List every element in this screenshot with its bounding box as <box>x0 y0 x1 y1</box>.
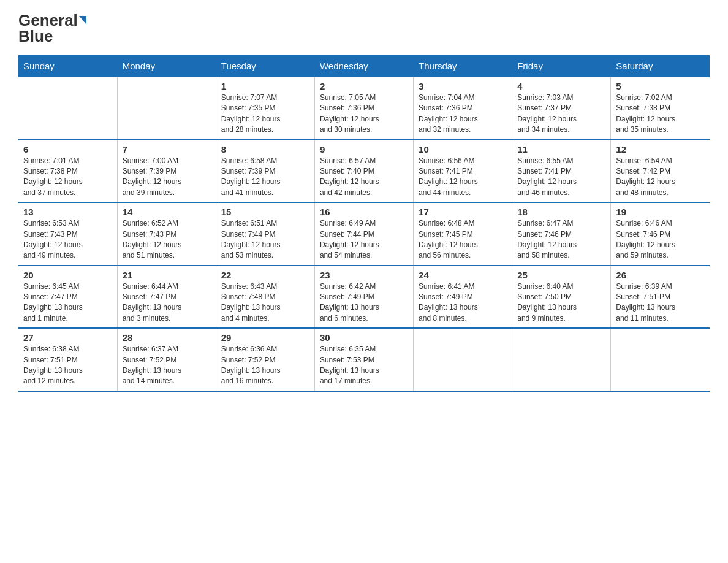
day-number: 12 <box>616 144 705 155</box>
day-info: Sunrise: 6:36 AM Sunset: 7:52 PM Dayligh… <box>221 344 309 387</box>
calendar-cell: 29Sunrise: 6:36 AM Sunset: 7:52 PM Dayli… <box>216 328 314 391</box>
day-info: Sunrise: 6:44 AM Sunset: 7:47 PM Dayligh… <box>123 282 211 324</box>
day-number: 23 <box>320 270 408 280</box>
calendar-cell: 23Sunrise: 6:42 AM Sunset: 7:49 PM Dayli… <box>314 266 413 329</box>
calendar-cell <box>117 77 216 140</box>
calendar-cell: 20Sunrise: 6:45 AM Sunset: 7:47 PM Dayli… <box>18 266 117 329</box>
calendar-cell: 26Sunrise: 6:39 AM Sunset: 7:51 PM Dayli… <box>611 266 710 329</box>
calendar-cell: 5Sunrise: 7:02 AM Sunset: 7:38 PM Daylig… <box>611 77 710 140</box>
day-info: Sunrise: 6:40 AM Sunset: 7:50 PM Dayligh… <box>517 282 605 324</box>
page-header: General Blue <box>18 12 710 44</box>
calendar-week-row: 20Sunrise: 6:45 AM Sunset: 7:47 PM Dayli… <box>18 266 710 329</box>
calendar-cell: 4Sunrise: 7:03 AM Sunset: 7:37 PM Daylig… <box>512 77 611 140</box>
col-header-tuesday: Tuesday <box>216 56 314 77</box>
day-number: 20 <box>23 270 112 280</box>
day-info: Sunrise: 7:05 AM Sunset: 7:36 PM Dayligh… <box>320 93 408 136</box>
day-number: 27 <box>23 332 112 343</box>
calendar-cell: 28Sunrise: 6:37 AM Sunset: 7:52 PM Dayli… <box>117 328 216 391</box>
calendar-cell: 6Sunrise: 7:01 AM Sunset: 7:38 PM Daylig… <box>18 140 117 203</box>
logo-general: General <box>18 12 78 28</box>
logo: General Blue <box>18 12 86 44</box>
day-info: Sunrise: 6:46 AM Sunset: 7:46 PM Dayligh… <box>616 218 705 261</box>
calendar-cell: 9Sunrise: 6:57 AM Sunset: 7:40 PM Daylig… <box>314 140 413 203</box>
calendar-cell: 21Sunrise: 6:44 AM Sunset: 7:47 PM Dayli… <box>117 266 216 329</box>
day-info: Sunrise: 6:53 AM Sunset: 7:43 PM Dayligh… <box>23 218 112 261</box>
day-info: Sunrise: 6:37 AM Sunset: 7:52 PM Dayligh… <box>123 344 211 387</box>
col-header-monday: Monday <box>117 56 216 77</box>
day-number: 3 <box>419 81 507 91</box>
day-number: 10 <box>419 144 507 155</box>
day-info: Sunrise: 7:02 AM Sunset: 7:38 PM Dayligh… <box>616 93 705 136</box>
day-number: 14 <box>123 207 211 217</box>
col-header-sunday: Sunday <box>18 56 117 77</box>
calendar-week-row: 13Sunrise: 6:53 AM Sunset: 7:43 PM Dayli… <box>18 202 710 266</box>
calendar-cell: 18Sunrise: 6:47 AM Sunset: 7:46 PM Dayli… <box>512 202 611 266</box>
calendar-table: SundayMondayTuesdayWednesdayThursdayFrid… <box>18 55 710 392</box>
calendar-week-row: 27Sunrise: 6:38 AM Sunset: 7:51 PM Dayli… <box>18 328 710 391</box>
calendar-cell: 24Sunrise: 6:41 AM Sunset: 7:49 PM Dayli… <box>414 266 512 329</box>
day-number: 25 <box>517 270 605 280</box>
day-number: 13 <box>23 207 112 217</box>
calendar-cell <box>512 328 611 391</box>
col-header-wednesday: Wednesday <box>314 56 413 77</box>
calendar-cell: 8Sunrise: 6:58 AM Sunset: 7:39 PM Daylig… <box>216 140 314 203</box>
day-info: Sunrise: 6:41 AM Sunset: 7:49 PM Dayligh… <box>419 282 507 324</box>
day-number: 30 <box>320 332 408 343</box>
calendar-cell: 12Sunrise: 6:54 AM Sunset: 7:42 PM Dayli… <box>611 140 710 203</box>
day-info: Sunrise: 6:45 AM Sunset: 7:47 PM Dayligh… <box>23 282 112 324</box>
day-info: Sunrise: 6:56 AM Sunset: 7:41 PM Dayligh… <box>419 156 507 199</box>
day-number: 9 <box>320 144 408 155</box>
day-number: 17 <box>419 207 507 217</box>
calendar-cell: 15Sunrise: 6:51 AM Sunset: 7:44 PM Dayli… <box>216 202 314 266</box>
logo-arrow-icon <box>79 16 86 25</box>
day-info: Sunrise: 6:54 AM Sunset: 7:42 PM Dayligh… <box>616 156 705 199</box>
day-info: Sunrise: 6:48 AM Sunset: 7:45 PM Dayligh… <box>419 218 507 261</box>
calendar-cell: 10Sunrise: 6:56 AM Sunset: 7:41 PM Dayli… <box>414 140 512 203</box>
calendar-cell: 25Sunrise: 6:40 AM Sunset: 7:50 PM Dayli… <box>512 266 611 329</box>
day-number: 7 <box>123 144 211 155</box>
day-number: 19 <box>616 207 705 217</box>
day-number: 21 <box>123 270 211 280</box>
day-number: 4 <box>517 81 605 91</box>
calendar-cell: 3Sunrise: 7:04 AM Sunset: 7:36 PM Daylig… <box>414 77 512 140</box>
calendar-cell: 16Sunrise: 6:49 AM Sunset: 7:44 PM Dayli… <box>314 202 413 266</box>
day-info: Sunrise: 6:38 AM Sunset: 7:51 PM Dayligh… <box>23 344 112 387</box>
calendar-cell: 11Sunrise: 6:55 AM Sunset: 7:41 PM Dayli… <box>512 140 611 203</box>
day-number: 15 <box>221 207 309 217</box>
day-info: Sunrise: 7:07 AM Sunset: 7:35 PM Dayligh… <box>221 93 309 136</box>
day-info: Sunrise: 6:52 AM Sunset: 7:43 PM Dayligh… <box>123 218 211 261</box>
day-number: 6 <box>23 144 112 155</box>
day-number: 29 <box>221 332 309 343</box>
calendar-cell: 19Sunrise: 6:46 AM Sunset: 7:46 PM Dayli… <box>611 202 710 266</box>
day-number: 16 <box>320 207 408 217</box>
calendar-cell: 7Sunrise: 7:00 AM Sunset: 7:39 PM Daylig… <box>117 140 216 203</box>
day-info: Sunrise: 6:42 AM Sunset: 7:49 PM Dayligh… <box>320 282 408 324</box>
day-number: 28 <box>123 332 211 343</box>
day-number: 18 <box>517 207 605 217</box>
calendar-cell: 2Sunrise: 7:05 AM Sunset: 7:36 PM Daylig… <box>314 77 413 140</box>
calendar-cell <box>414 328 512 391</box>
day-number: 2 <box>320 81 408 91</box>
calendar-cell <box>611 328 710 391</box>
calendar-header-row: SundayMondayTuesdayWednesdayThursdayFrid… <box>18 56 710 77</box>
day-info: Sunrise: 6:43 AM Sunset: 7:48 PM Dayligh… <box>221 282 309 324</box>
day-number: 11 <box>517 144 605 155</box>
day-info: Sunrise: 6:57 AM Sunset: 7:40 PM Dayligh… <box>320 156 408 199</box>
calendar-cell: 14Sunrise: 6:52 AM Sunset: 7:43 PM Dayli… <box>117 202 216 266</box>
day-number: 26 <box>616 270 705 280</box>
day-info: Sunrise: 6:47 AM Sunset: 7:46 PM Dayligh… <box>517 218 605 261</box>
col-header-friday: Friday <box>512 56 611 77</box>
calendar-week-row: 1Sunrise: 7:07 AM Sunset: 7:35 PM Daylig… <box>18 77 710 140</box>
day-number: 1 <box>221 81 309 91</box>
day-info: Sunrise: 6:55 AM Sunset: 7:41 PM Dayligh… <box>517 156 605 199</box>
col-header-saturday: Saturday <box>611 56 710 77</box>
calendar-cell <box>18 77 117 140</box>
day-info: Sunrise: 6:35 AM Sunset: 7:53 PM Dayligh… <box>320 344 408 387</box>
day-info: Sunrise: 6:58 AM Sunset: 7:39 PM Dayligh… <box>221 156 309 199</box>
day-info: Sunrise: 7:04 AM Sunset: 7:36 PM Dayligh… <box>419 93 507 136</box>
logo-blue: Blue <box>18 28 53 44</box>
calendar-cell: 1Sunrise: 7:07 AM Sunset: 7:35 PM Daylig… <box>216 77 314 140</box>
col-header-thursday: Thursday <box>414 56 512 77</box>
day-info: Sunrise: 7:03 AM Sunset: 7:37 PM Dayligh… <box>517 93 605 136</box>
day-number: 5 <box>616 81 705 91</box>
